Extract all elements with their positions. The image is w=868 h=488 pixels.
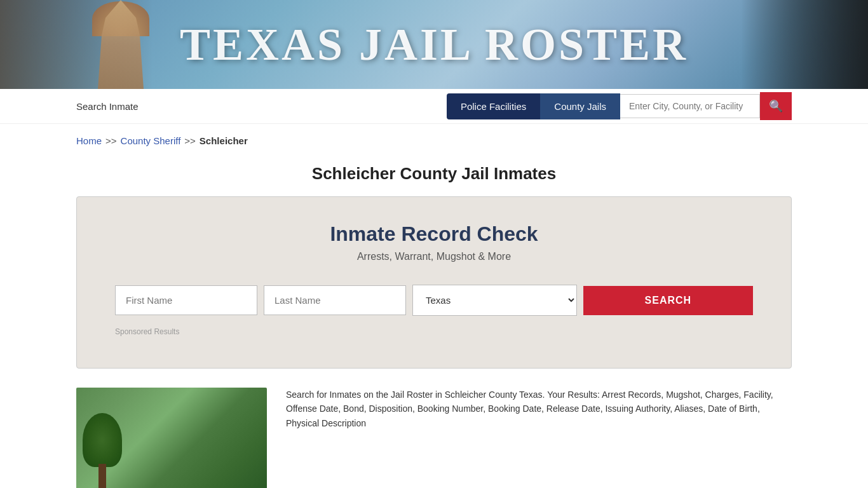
- county-jails-button[interactable]: County Jails: [540, 93, 620, 119]
- bottom-section: Search for Inmates on the Jail Roster in…: [76, 388, 792, 488]
- breadcrumb-home[interactable]: Home: [76, 135, 102, 146]
- facility-search-input[interactable]: [620, 94, 760, 118]
- tree-canopy: [83, 413, 122, 467]
- bottom-description: Search for Inmates on the Jail Roster in…: [286, 388, 792, 488]
- location-image: [76, 388, 267, 488]
- record-check-title: Inmate Record Check: [115, 222, 753, 246]
- facility-search-button[interactable]: 🔍: [760, 92, 792, 120]
- banner-title: Texas Jail Roster: [180, 18, 688, 71]
- first-name-input[interactable]: [115, 285, 257, 315]
- nav-search-label: Search Inmate: [76, 101, 447, 112]
- breadcrumb-current: Schleicher: [200, 135, 248, 146]
- nav-right: Police Facilities County Jails 🔍: [447, 92, 792, 120]
- search-icon: 🔍: [769, 99, 783, 113]
- key-overlay: [741, 0, 868, 89]
- record-check-form: AlabamaAlaskaArizonaArkansasCaliforniaCo…: [115, 285, 753, 316]
- police-facilities-button[interactable]: Police Facilities: [447, 93, 540, 119]
- record-check-box: Inmate Record Check Arrests, Warrant, Mu…: [76, 196, 792, 369]
- breadcrumb-sep-2: >>: [184, 135, 196, 146]
- page-title-section: Schleicher County Jail Inmates: [0, 158, 868, 196]
- state-select[interactable]: AlabamaAlaskaArizonaArkansasCaliforniaCo…: [412, 285, 577, 316]
- last-name-input[interactable]: [264, 285, 406, 315]
- record-search-button[interactable]: SEARCH: [583, 286, 753, 315]
- page-title: Schleicher County Jail Inmates: [0, 164, 868, 184]
- breadcrumb: Home >> County Sheriff >> Schleicher: [0, 124, 868, 158]
- header-banner: Texas Jail Roster: [0, 0, 868, 89]
- tree-trunk: [98, 464, 106, 488]
- sponsored-label: Sponsored Results: [115, 327, 753, 336]
- nav-bar: Search Inmate Police Facilities County J…: [0, 89, 868, 124]
- breadcrumb-sep-1: >>: [105, 135, 117, 146]
- record-check-subtitle: Arrests, Warrant, Mugshot & More: [115, 251, 753, 262]
- breadcrumb-county-sheriff[interactable]: County Sheriff: [121, 135, 181, 146]
